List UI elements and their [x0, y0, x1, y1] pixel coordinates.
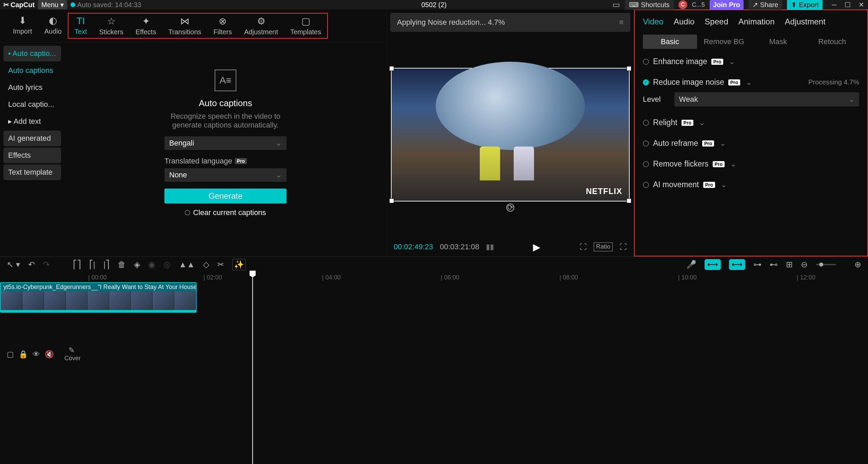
- level-label: Level: [643, 95, 661, 104]
- record-icon[interactable]: ◉: [148, 260, 155, 269]
- menu-icon[interactable]: ≡: [619, 18, 624, 27]
- menu-button[interactable]: Menu ▾: [38, 0, 67, 9]
- processing-status: Processing 4.7%: [808, 78, 859, 86]
- tab-adjustment[interactable]: ⚙Adjustment: [238, 14, 284, 38]
- track-mute-icon[interactable]: 🔇: [45, 350, 54, 359]
- toggle-b-icon[interactable]: ⟷: [729, 259, 745, 270]
- rotate-icon[interactable]: ◇: [203, 260, 209, 269]
- clear-captions-option[interactable]: Clear current captions: [185, 208, 266, 217]
- tab-text[interactable]: TIText: [68, 14, 93, 38]
- sidebar-item-text-template[interactable]: Text template: [3, 165, 61, 180]
- magic-tool-icon[interactable]: ✨: [232, 259, 246, 270]
- translated-language-select[interactable]: None⌄: [164, 168, 287, 182]
- subtab-basic[interactable]: Basic: [643, 35, 697, 49]
- toggle-a-icon[interactable]: ⟷: [705, 259, 721, 270]
- subtab-retouch[interactable]: Retouch: [805, 35, 860, 49]
- split-right-icon[interactable]: |⎤: [103, 260, 110, 269]
- sidebar-item-auto-lyrics[interactable]: Auto lyrics: [3, 80, 61, 95]
- link-icon[interactable]: ⊶: [753, 260, 762, 269]
- level-select[interactable]: Weak⌄: [674, 92, 859, 107]
- tab-effects[interactable]: ✦Effects: [130, 14, 162, 38]
- tab-filters[interactable]: ⊗Filters: [208, 14, 238, 38]
- track-lock-icon[interactable]: 🔒: [19, 350, 28, 359]
- sidebar-item-effects[interactable]: Effects: [3, 148, 61, 163]
- track-collapse-icon[interactable]: ▢: [7, 350, 14, 359]
- checkbox-icon[interactable]: [643, 140, 649, 147]
- split-icon[interactable]: ⎡⎤: [73, 260, 81, 269]
- auto-captions-title: Auto captions: [199, 98, 252, 109]
- minimize-icon[interactable]: ─: [831, 1, 837, 8]
- sidebar-item-local-captions[interactable]: Local captio...: [3, 97, 61, 112]
- ratio-button[interactable]: Ratio: [594, 243, 613, 251]
- reduce-noise-row[interactable]: Reduce image noise Pro ⌄ Processing 4.7%: [643, 78, 859, 87]
- mic-icon[interactable]: 🎤: [686, 260, 696, 269]
- language-select[interactable]: Bengali⌄: [164, 136, 287, 150]
- chevron-down-icon: ⌄: [730, 159, 736, 169]
- export-button[interactable]: ⬆ Export: [787, 0, 823, 10]
- snap-icon[interactable]: ⊷: [770, 260, 778, 269]
- props-tab-animation[interactable]: Animation: [738, 14, 775, 30]
- auto-reframe-row[interactable]: Auto reframe Pro ⌄: [643, 139, 859, 148]
- fullscreen-icon[interactable]: ⛶: [619, 243, 627, 251]
- close-icon[interactable]: ✕: [858, 1, 865, 8]
- checkbox-icon[interactable]: [643, 59, 649, 65]
- checkbox-icon[interactable]: [643, 161, 649, 167]
- split-left-icon[interactable]: ⎡|: [89, 260, 95, 269]
- join-pro-button[interactable]: Join Pro: [710, 0, 744, 10]
- shortcuts-button[interactable]: ⌨ Shortcuts: [625, 0, 673, 10]
- tab-templates[interactable]: ▢Templates: [284, 14, 327, 38]
- sidebar-item-auto-captions[interactable]: Auto captions: [3, 63, 61, 78]
- redo-icon[interactable]: ↷: [43, 260, 50, 269]
- crop-tool-icon[interactable]: ✂: [217, 260, 224, 269]
- captions-icon: A≡: [215, 70, 236, 91]
- maximize-icon[interactable]: ☐: [844, 1, 851, 8]
- sidebar-item-ai-generated[interactable]: AI generated: [3, 131, 61, 146]
- timeline[interactable]: | 00:00 | 02:00 | 04:00 | 06:00 | 08:00 …: [0, 272, 868, 464]
- layout-icon[interactable]: ▭: [612, 0, 620, 9]
- props-tab-video[interactable]: Video: [643, 14, 664, 30]
- props-tab-speed[interactable]: Speed: [705, 14, 728, 30]
- video-clip[interactable]: yt5s.io-Cyberpunk_Edgerunners__"I Really…: [0, 282, 197, 313]
- chevron-down-icon: ⌄: [721, 180, 727, 189]
- tab-audio[interactable]: ◐Audio: [38, 13, 68, 39]
- props-tab-adjustment[interactable]: Adjustment: [785, 14, 825, 30]
- playhead[interactable]: [252, 272, 253, 464]
- sidebar-item-auto-captions-header[interactable]: • Auto captio...: [3, 46, 61, 61]
- zoom-out-icon[interactable]: ⊖: [801, 260, 808, 269]
- generate-button[interactable]: Generate: [164, 189, 287, 204]
- checkbox-icon[interactable]: [643, 120, 649, 126]
- undo-icon[interactable]: ↶: [28, 260, 35, 269]
- marker-icon[interactable]: ◈: [134, 260, 140, 269]
- preview-icon[interactable]: ⊞: [786, 260, 793, 269]
- tab-transitions[interactable]: ⋈Transitions: [162, 14, 207, 38]
- zoom-fit-icon[interactable]: ⊕: [854, 260, 861, 269]
- subtab-remove-bg[interactable]: Remove BG: [697, 35, 751, 49]
- remove-flickers-row[interactable]: Remove flickers Pro ⌄: [643, 159, 859, 169]
- mirror-icon[interactable]: ▲▲: [179, 260, 195, 269]
- avatar[interactable]: C: [678, 0, 687, 9]
- timeline-ruler[interactable]: | 00:00 | 02:00 | 04:00 | 06:00 | 08:00 …: [0, 272, 868, 282]
- video-preview[interactable]: NETFLIX ⟳: [392, 69, 629, 201]
- share-button[interactable]: ↗ Share: [748, 0, 782, 10]
- pointer-tool-icon[interactable]: ↖ ▾: [7, 260, 20, 269]
- checkbox-on-icon[interactable]: [643, 79, 649, 85]
- relight-row[interactable]: Relight Pro ⌄: [643, 118, 859, 127]
- sidebar-item-add-text[interactable]: ▸ Add text: [3, 114, 61, 129]
- text-sidebar: • Auto captio... Auto captions Auto lyri…: [0, 42, 64, 256]
- sync-icon: ⟳: [506, 204, 514, 212]
- subtab-mask[interactable]: Mask: [751, 35, 805, 49]
- ai-movement-row[interactable]: AI movement Pro ⌄: [643, 180, 859, 189]
- tab-import[interactable]: ⬇Import: [7, 13, 38, 39]
- track-visible-icon[interactable]: 👁: [33, 350, 40, 359]
- props-tab-audio[interactable]: Audio: [674, 14, 694, 30]
- chevron-down-icon: ⌄: [276, 171, 282, 179]
- bars-icon[interactable]: ▮▮: [486, 243, 494, 251]
- crop-icon[interactable]: ⛶: [579, 243, 587, 251]
- zoom-slider[interactable]: [816, 264, 836, 265]
- tab-stickers[interactable]: ☆Stickers: [93, 14, 130, 38]
- checkbox-icon[interactable]: [643, 182, 649, 188]
- enhance-image-row[interactable]: Enhance image Pro ⌄: [643, 57, 859, 66]
- delete-icon[interactable]: 🗑: [118, 260, 126, 269]
- play-button[interactable]: ▶: [533, 241, 540, 253]
- text-icon: TI: [77, 16, 85, 26]
